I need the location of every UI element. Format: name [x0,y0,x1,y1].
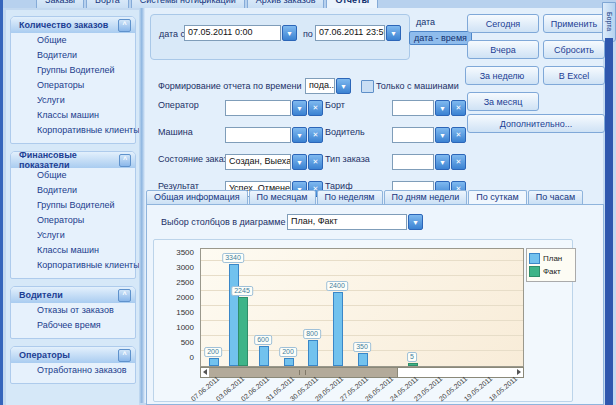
dropdown-value[interactable] [225,127,291,143]
collapsed-panel-tab[interactable]: Борта [602,2,616,42]
sidebar-panel-header[interactable]: Операторы^ [11,347,135,363]
bar [209,358,219,366]
sidebar-panel: Операторы^Отработанно заказов [10,346,136,384]
bar-value-label: 200 [204,347,222,357]
excel-button[interactable]: В Excel [543,66,605,85]
sidebar-item[interactable]: Общие [11,168,135,183]
clear-icon[interactable]: ✕ [451,127,466,143]
date-from-value[interactable]: 07.05.2011 0:00 [184,25,281,41]
gridline [201,335,523,336]
clear-icon[interactable]: ✕ [451,100,466,116]
menu-tab[interactable]: Отчеты [326,0,378,8]
time-basis-value[interactable]: пода... [305,78,335,94]
columns-select-value[interactable]: План, Факт [287,214,407,230]
chevron-down-icon[interactable]: ▼ [435,127,450,143]
sidebar-item[interactable]: Услуги [11,93,135,108]
time-basis-select[interactable]: пода... ▼ [305,78,351,94]
dropdown-field[interactable]: ▼✕ [225,127,323,143]
clear-icon[interactable]: ✕ [451,154,466,170]
chevron-down-icon[interactable]: ▼ [435,154,450,170]
sidebar-item[interactable]: Отработанно заказов [11,363,135,378]
sidebar-panel-title: Количество заказов [19,20,108,30]
chevron-down-icon[interactable]: ▼ [336,78,351,94]
sidebar-item[interactable]: Водители [11,183,135,198]
sidebar-item[interactable]: Классы машин [11,108,135,123]
collapse-icon[interactable]: ^ [118,349,131,362]
chevron-down-icon[interactable]: ▼ [292,127,307,143]
clear-icon[interactable]: ✕ [308,100,323,116]
filter-row: Борт▼✕ [325,100,505,116]
bar [333,292,343,366]
dropdown-value[interactable] [225,100,291,116]
clear-icon[interactable]: ✕ [308,154,323,170]
dropdown-field[interactable]: ▼✕ [392,127,466,143]
sidebar-panel-header[interactable]: Количество заказов^ [11,17,135,33]
sidebar-item[interactable]: Группы Водителей [11,63,135,78]
dropdown-value[interactable] [392,154,434,170]
plot-area: 2003340224560020080024003505 [200,248,524,367]
sidebar-item[interactable]: Водители [11,48,135,63]
mode-option-datetime[interactable]: дата - время [409,31,472,45]
sidebar-item[interactable]: Рабочее время [11,318,135,333]
sidebar-panel-title: Водители [19,290,63,300]
dropdown-field[interactable]: ▼✕ [392,100,466,116]
today-button[interactable]: Сегодня [467,14,539,33]
menu-tab[interactable]: Заказы [36,0,84,8]
menu-tab[interactable]: Борта [86,0,129,8]
y-axis-label: 2000 [154,293,194,302]
x-axis: 07.06.201103.06.201102.06.201131.05.2011… [154,373,572,401]
menu-tab[interactable]: Архив заказов [247,0,325,8]
only-with-cars-checkbox[interactable] [361,80,374,93]
chevron-down-icon[interactable]: ▼ [408,214,423,230]
sidebar-panel-header[interactable]: Водители^ [11,287,135,303]
y-axis-label: 3000 [154,263,194,272]
sidebar-item[interactable]: Корпоративные клиенты [11,123,135,138]
chevron-down-icon[interactable]: ▼ [435,100,450,116]
y-axis-label: 1500 [154,308,194,317]
sidebar-item[interactable]: Классы машин [11,243,135,258]
collapse-icon[interactable]: ^ [119,154,131,167]
columns-select-label: Выбор столбцов в диаграмме [161,217,285,227]
sidebar-item[interactable]: Корпоративные клиенты [11,258,135,273]
legend-swatch [529,253,540,264]
bar [408,363,418,366]
chevron-down-icon[interactable]: ▼ [386,25,401,41]
date-to-value[interactable]: 07.06.2011 23:59 [315,25,385,41]
sidebar-item[interactable]: Отказы от заказов [11,303,135,318]
columns-select[interactable]: План, Факт ▼ [287,214,423,230]
dropdown-field[interactable]: ▼✕ [225,100,323,116]
dropdown-field[interactable]: ▼✕ [392,154,466,170]
chevron-down-icon[interactable]: ▼ [292,100,307,116]
date-from-picker[interactable]: 07.05.2011 0:00 ▼ [184,25,297,41]
apply-button[interactable]: Применить [543,14,605,33]
y-axis-label: 0 [154,353,194,362]
yesterday-button[interactable]: Вчера [467,40,539,59]
bar-value-label: 2245 [231,286,253,296]
sidebar-item[interactable]: Операторы [11,213,135,228]
sidebar-item[interactable]: Услуги [11,228,135,243]
clear-icon[interactable]: ✕ [308,127,323,143]
collapse-icon[interactable]: ^ [118,289,131,302]
reset-button[interactable]: Сбросить [543,40,605,59]
date-to-picker[interactable]: 07.06.2011 23:59 ▼ [315,25,401,41]
dropdown-value[interactable] [392,100,434,116]
filter-row: Тип заказа▼✕ [325,154,505,170]
filter-row: Оператор▼✕ [158,100,326,116]
dropdown-field[interactable]: Создан, Выехал...▼✕ [225,154,323,170]
collapse-icon[interactable]: ^ [118,19,131,32]
dropdown-value[interactable]: Создан, Выехал... [225,154,291,170]
legend-item: Факт [529,265,573,278]
sidebar-panel-header[interactable]: Финансовые показатели^ [11,152,135,168]
mode-option-date[interactable]: дата [412,16,439,28]
chevron-down-icon[interactable]: ▼ [282,25,297,41]
dropdown-value[interactable] [392,127,434,143]
sidebar-item[interactable]: Общие [11,33,135,48]
bar-value-label: 600 [254,335,272,345]
menu-tab[interactable]: Системы нотификаций [131,0,245,8]
top-menu: ЗаказыБортаСистемы нотификацийАрхив зака… [3,0,616,8]
sidebar-item[interactable]: Группы Водителей [11,198,135,213]
chevron-down-icon[interactable]: ▼ [292,154,307,170]
sidebar-item[interactable]: Операторы [11,78,135,93]
filter-label: Машина [158,127,193,137]
week-button[interactable]: За неделю [465,66,539,85]
